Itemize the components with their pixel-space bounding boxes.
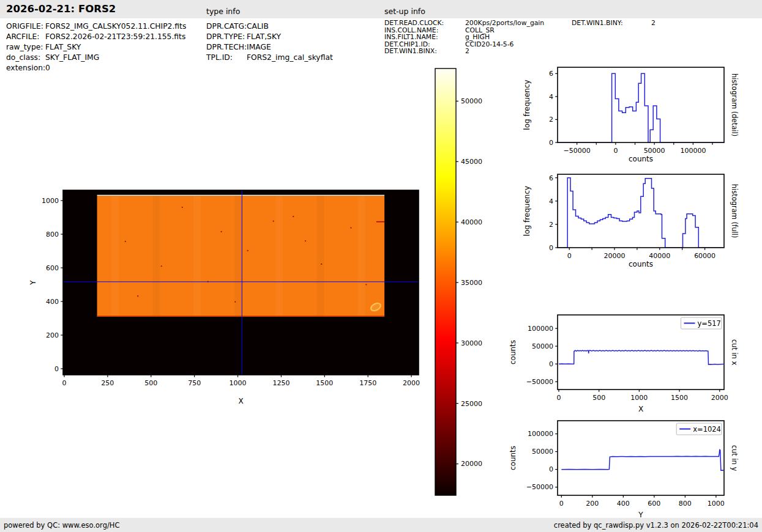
tick-label: 200 bbox=[46, 331, 59, 339]
tick-label: 750 bbox=[188, 379, 201, 387]
tick-label: 400 bbox=[617, 500, 630, 508]
tick-label: 1000 bbox=[42, 197, 59, 205]
cut-in-x: 0500100015002000−50000050000100000Xcount… bbox=[509, 315, 739, 413]
footer-powered-by: powered by QC: www.eso.org/HC bbox=[4, 521, 119, 530]
image-bottom-edge bbox=[97, 316, 385, 317]
x-axis-label: X bbox=[638, 405, 643, 413]
data-line bbox=[558, 178, 723, 248]
tick-label: 0 bbox=[549, 360, 553, 368]
right-axis-label: cut in x bbox=[730, 339, 739, 366]
hot-pixel bbox=[161, 265, 162, 267]
tick-label: 25000 bbox=[461, 400, 482, 408]
data-line bbox=[561, 450, 723, 471]
tick-label: 0 bbox=[567, 252, 572, 260]
raw-image-panel: 0250500750100012501500175020000200400600… bbox=[29, 190, 420, 405]
colorbar-gradient bbox=[435, 68, 456, 495]
tick-label: 50000 bbox=[461, 97, 482, 105]
tick-label: 100000 bbox=[528, 325, 553, 333]
tick-label: 1750 bbox=[359, 379, 376, 387]
hot-pixel bbox=[273, 220, 274, 221]
tick-label: 400 bbox=[46, 298, 59, 306]
tick-label: 50000 bbox=[532, 448, 553, 456]
hot-pixel bbox=[305, 240, 306, 242]
tick-label: 0 bbox=[54, 365, 59, 373]
tick-label: 1250 bbox=[272, 379, 289, 387]
flat-field-band bbox=[358, 196, 365, 316]
flat-field-band bbox=[193, 196, 201, 316]
tick-label: 100000 bbox=[528, 430, 553, 438]
tick-label: 2000 bbox=[711, 394, 728, 402]
hot-pixel bbox=[321, 264, 322, 265]
tick-label: 2000 bbox=[403, 379, 420, 387]
tick-label: 45000 bbox=[461, 158, 482, 166]
tick-label: 0 bbox=[549, 139, 553, 147]
tick-label: 4 bbox=[549, 93, 553, 101]
tick-label: 0 bbox=[549, 244, 553, 252]
tick-label: 50000 bbox=[532, 342, 553, 350]
y-axis-label: Y bbox=[29, 280, 37, 286]
histogram-full: 02000040000600000246countslog frequencyh… bbox=[523, 174, 739, 268]
tick-label: 1500 bbox=[671, 394, 688, 402]
tick-label: 0 bbox=[559, 500, 564, 508]
tick-label: 20000 bbox=[461, 460, 482, 468]
right-axis-label: histogram (detail) bbox=[730, 73, 739, 136]
tick-label: 0 bbox=[613, 147, 618, 155]
footer-created-by: created by qc_rawdisp.py v1.2.3 on 2026-… bbox=[554, 521, 758, 530]
tick-label: 500 bbox=[144, 379, 157, 387]
legend-label: x=1024 bbox=[693, 425, 721, 434]
tick-label: 1000 bbox=[630, 394, 648, 402]
x-axis-label: X bbox=[238, 397, 243, 405]
tick-label: −50000 bbox=[526, 378, 553, 386]
y-axis-label: counts bbox=[509, 446, 517, 470]
tick-label: 2 bbox=[549, 116, 553, 124]
tick-label: 200 bbox=[586, 500, 599, 508]
qc-report-page: 2026-02-21: FORS2 type info set-up info … bbox=[0, 0, 762, 532]
flat-field-band bbox=[111, 196, 119, 316]
tick-label: 50000 bbox=[644, 147, 665, 155]
tick-label: −50000 bbox=[526, 483, 553, 491]
data-line bbox=[559, 350, 723, 364]
footer-bar: powered by QC: www.eso.org/HC created by… bbox=[0, 518, 762, 532]
tick-label: 6 bbox=[549, 174, 553, 182]
y-axis-label: log frequency bbox=[523, 186, 531, 236]
flat-field-band bbox=[275, 196, 283, 316]
tick-label: 250 bbox=[101, 379, 114, 387]
tick-label: 500 bbox=[592, 394, 605, 402]
legend-label: y=517 bbox=[698, 319, 721, 328]
hot-pixel bbox=[365, 284, 367, 285]
tick-label: 1000 bbox=[708, 500, 725, 508]
flat-field-band bbox=[234, 196, 242, 316]
colorbar: 20000250003000035000400004500050000 bbox=[435, 68, 482, 495]
x-axis-label: counts bbox=[629, 260, 653, 268]
tick-label: 0 bbox=[549, 465, 553, 473]
tick-label: 800 bbox=[46, 231, 59, 238]
tick-label: −50000 bbox=[564, 147, 591, 155]
tick-label: 4 bbox=[549, 198, 553, 205]
tick-label: 2 bbox=[549, 221, 553, 229]
tick-label: 6 bbox=[549, 70, 553, 78]
hot-pixel bbox=[182, 207, 183, 208]
hot-pixel bbox=[234, 301, 236, 302]
histogram-detail: −500000500001000000246countslog frequenc… bbox=[523, 67, 739, 163]
plots-canvas: 0250500750100012501500175020000200400600… bbox=[0, 0, 762, 532]
flat-field-band bbox=[152, 196, 160, 316]
cut-in-y: 02004006008001000−50000050000100000Ycoun… bbox=[509, 421, 739, 519]
data-line bbox=[558, 73, 724, 142]
tick-label: 1000 bbox=[230, 379, 247, 387]
right-axis-label: histogram (full) bbox=[730, 184, 739, 238]
tick-label: 40000 bbox=[461, 218, 482, 226]
tick-label: 40000 bbox=[649, 252, 670, 260]
flat-field-band bbox=[316, 196, 324, 316]
tick-label: 35000 bbox=[461, 279, 482, 287]
tick-label: 60000 bbox=[694, 252, 715, 260]
hot-pixel bbox=[125, 241, 126, 242]
tick-label: 30000 bbox=[461, 339, 482, 347]
x-axis-label: counts bbox=[629, 155, 653, 163]
tick-label: 600 bbox=[648, 500, 660, 508]
tick-label: 20000 bbox=[604, 252, 626, 260]
tick-label: 1500 bbox=[316, 379, 333, 387]
tick-label: 0 bbox=[556, 394, 561, 402]
hot-pixel bbox=[350, 227, 351, 228]
y-axis-label: log frequency bbox=[523, 79, 531, 130]
tick-label: 0 bbox=[62, 379, 66, 387]
